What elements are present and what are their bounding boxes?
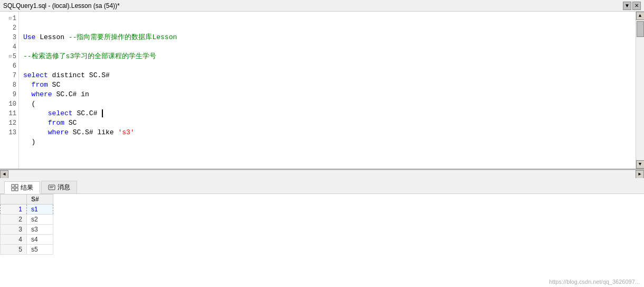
- code-line-11: where SC.S# like 's3': [23, 128, 631, 137]
- cell-r1-c0[interactable]: s1: [27, 205, 53, 215]
- title-text: SQLQuery1.sql - (local).Lesson (sa (54))…: [3, 2, 120, 10]
- scroll-right-arrow[interactable]: ►: [636, 170, 644, 179]
- scroll-up-arrow[interactable]: ▲: [636, 12, 645, 20]
- cell-r5-c0[interactable]: s5: [27, 245, 53, 255]
- line-number-4: 4: [3, 42, 16, 52]
- code-line-6: from SC: [23, 80, 631, 90]
- line-number-3: 3: [3, 33, 16, 42]
- scroll-thumb[interactable]: [637, 21, 644, 37]
- watermark: https://blog.csdn.net/qq_3626097...: [549, 279, 640, 285]
- scroll-left-arrow[interactable]: ◄: [0, 170, 8, 179]
- results-grid[interactable]: S#1s12s23s34s45s5 https://blog.csdn.net/…: [0, 194, 644, 287]
- tab-messages[interactable]: 消息: [41, 181, 77, 193]
- table-row[interactable]: 2s2: [1, 215, 53, 225]
- line-number-8: 8: [3, 80, 16, 90]
- code-line-3: --检索选修了s3学习的全部课程的学生学号: [23, 52, 631, 61]
- code-line-1: Use Lesson --指向需要所操作的数据库Lesson: [23, 33, 631, 42]
- code-line-9: select SC.C#: [23, 109, 631, 118]
- svg-rect-1: [15, 184, 18, 187]
- code-area[interactable]: Use Lesson --指向需要所操作的数据库Lesson --检索选修了s3…: [19, 12, 636, 169]
- title-bar-controls[interactable]: ▼ ✕: [623, 2, 641, 10]
- line-numbers: ⊟1234⊟5678910111213: [0, 12, 19, 169]
- table-row[interactable]: 5s5: [1, 245, 53, 255]
- line-number-10: 10: [3, 99, 16, 109]
- row-num-header: [1, 195, 27, 205]
- line-number-13: 13: [3, 128, 16, 137]
- col-header-S#: S#: [27, 195, 53, 205]
- title-bar: SQLQuery1.sql - (local).Lesson (sa (54))…: [0, 0, 644, 12]
- table-row[interactable]: 4s4: [1, 235, 53, 245]
- line-number-2: 2: [3, 23, 16, 33]
- scroll-down-arrow[interactable]: ▼: [636, 160, 645, 169]
- line-number-6: 6: [3, 61, 16, 71]
- code-line-13: [23, 147, 631, 156]
- row-number-2: 2: [1, 215, 27, 225]
- code-line-5: select distinct SC.S#: [23, 71, 631, 80]
- cell-r4-c0[interactable]: s4: [27, 235, 53, 245]
- code-line-4: [23, 61, 631, 71]
- line-number-5: ⊟5: [3, 52, 16, 61]
- results-tabs: 结果 消息: [0, 178, 644, 194]
- collapse-icon-1[interactable]: ⊟: [8, 14, 11, 23]
- svg-rect-2: [12, 188, 14, 191]
- sql-pane: ⊟1234⊟5678910111213 Use Lesson --指向需要所操作…: [0, 12, 644, 170]
- pin-button[interactable]: ▼: [623, 2, 631, 10]
- line-number-7: 7: [3, 71, 16, 80]
- h-scrollbar[interactable]: ◄ ►: [0, 170, 644, 178]
- v-scrollbar[interactable]: ▲ ▼: [636, 12, 644, 169]
- row-number-3: 3: [1, 225, 27, 235]
- code-line-10: from SC: [23, 118, 631, 128]
- title-bar-left: SQLQuery1.sql - (local).Lesson (sa (54))…: [3, 2, 120, 10]
- tab-results[interactable]: 结果: [4, 181, 40, 194]
- svg-rect-3: [15, 188, 18, 191]
- cell-r2-c0[interactable]: s2: [27, 215, 53, 225]
- svg-rect-0: [12, 184, 14, 187]
- results-section: 结果 消息 S#1s12s23s34s45s5 https://blog.csd…: [0, 178, 644, 287]
- grid-icon: [11, 184, 18, 191]
- collapse-icon-5[interactable]: ⊟: [8, 52, 11, 61]
- table-row[interactable]: 3s3: [1, 225, 53, 235]
- code-line-8: (: [23, 99, 631, 109]
- code-line-7: where SC.C# in: [23, 90, 631, 99]
- line-number-12: 12: [3, 118, 16, 128]
- line-number-1: ⊟1: [3, 14, 16, 23]
- close-button[interactable]: ✕: [632, 2, 641, 10]
- editor-container: ⊟1234⊟5678910111213 Use Lesson --指向需要所操作…: [0, 12, 644, 287]
- row-number-4: 4: [1, 235, 27, 245]
- code-line-12: ): [23, 137, 631, 147]
- row-number-5: 5: [1, 245, 27, 255]
- msg-icon: [48, 184, 55, 191]
- line-number-9: 9: [3, 90, 16, 99]
- code-line-2: [23, 42, 631, 52]
- cell-r3-c0[interactable]: s3: [27, 225, 53, 235]
- tab-messages-label: 消息: [58, 183, 70, 192]
- h-scrollbar-track: [8, 170, 636, 178]
- line-number-11: 11: [3, 109, 16, 118]
- table-row[interactable]: 1s1: [1, 205, 53, 215]
- tab-results-label: 结果: [21, 183, 33, 192]
- results-table: S#1s12s23s34s45s5: [0, 194, 53, 255]
- row-number-1: 1: [1, 205, 27, 215]
